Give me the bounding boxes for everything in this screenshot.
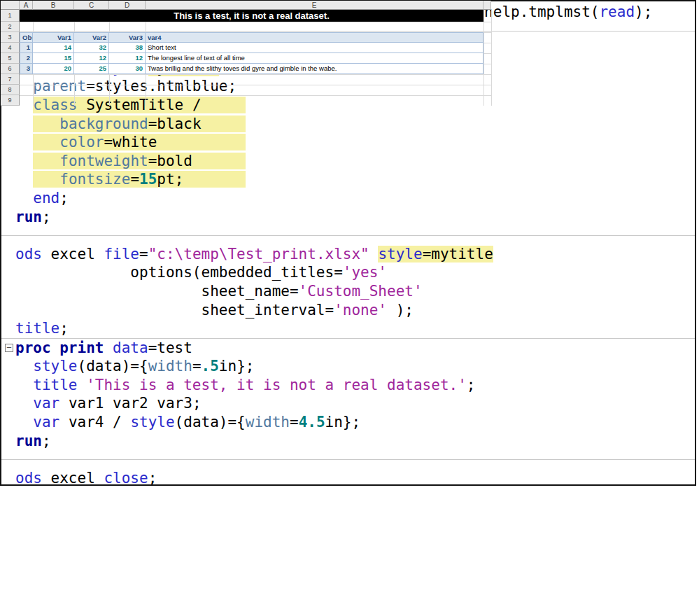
code-line[interactable]: −proc print data=test <box>1 339 695 358</box>
code-token <box>15 171 33 188</box>
code-line[interactable]: title; <box>1 319 695 338</box>
table-header-Var1[interactable]: Var1 <box>33 32 74 43</box>
code-token: excel <box>51 470 104 486</box>
sheet-cell[interactable]: 20 <box>33 64 74 74</box>
code-token: =bold <box>148 153 246 169</box>
row-header-7[interactable]: 7 <box>1 74 20 85</box>
code-token <box>33 134 59 150</box>
column-header-E[interactable]: E <box>146 1 483 10</box>
code-token: width <box>148 358 192 374</box>
code-token: sheet_interval= <box>15 302 334 318</box>
column-header-D[interactable]: D <box>109 1 146 10</box>
gridline <box>20 95 491 96</box>
sheet-cell[interactable]: Short text <box>146 43 483 53</box>
code-token: title <box>33 377 86 393</box>
code-token: 'Custom_Sheet' <box>299 283 423 300</box>
code-token: data <box>113 340 148 356</box>
code-token: 4.5 <box>299 414 325 430</box>
code-line[interactable]: parent=styles.htmlblue; <box>1 77 695 96</box>
sheet-cell[interactable]: 38 <box>109 43 146 53</box>
code-token <box>369 246 379 262</box>
code-token: parent <box>33 78 86 94</box>
code-token: ; <box>59 190 69 206</box>
code-line[interactable]: ods excel file="c:\temp\Test_print.xlsx"… <box>1 245 695 264</box>
row-header-1[interactable]: 1 <box>1 10 20 22</box>
code-token: = <box>290 414 299 430</box>
row-header-9[interactable]: 9 <box>1 95 20 106</box>
sheet-cell[interactable]: 32 <box>74 43 109 53</box>
code-token: var4 / <box>69 414 131 430</box>
gridline <box>20 85 491 85</box>
row-header-4[interactable]: 4 <box>1 43 20 53</box>
row-header-3[interactable]: 3 <box>1 32 20 43</box>
code-token: =test <box>148 340 192 356</box>
code-line[interactable]: sheet_name='Custom_Sheet' <box>1 282 695 301</box>
code-line[interactable]: ods excel close; <box>1 469 695 486</box>
code-token: ; <box>59 320 69 337</box>
code-line[interactable]: fontsize=15pt; <box>1 170 695 189</box>
sheet-cell[interactable]: 12 <box>74 53 109 64</box>
collapse-toggle-icon[interactable]: − <box>5 344 13 352</box>
code-token: proc print <box>15 340 113 356</box>
code-token: = <box>130 171 139 188</box>
section-separator <box>1 226 695 245</box>
table-header-var4[interactable]: var4 <box>146 32 483 43</box>
row-header-5[interactable]: 5 <box>1 53 20 64</box>
row-header-6[interactable]: 6 <box>1 64 20 74</box>
code-token: background <box>59 115 148 132</box>
code-line[interactable]: background=black <box>1 115 695 134</box>
sheet-cell[interactable]: Twas brillig and the slithy toves did gy… <box>146 64 483 74</box>
sheet-cell[interactable]: 1 <box>20 43 33 53</box>
code-token: in}; <box>325 414 361 430</box>
sheet-cell[interactable]: 3 <box>20 64 33 74</box>
code-line[interactable]: color=white <box>1 133 695 152</box>
code-token: ; <box>42 433 51 449</box>
code-token: (data)={ <box>175 414 246 430</box>
code-line[interactable]: fontweight=bold <box>1 152 695 171</box>
code-token: var1 var2 var3; <box>69 395 202 412</box>
column-header-B[interactable]: B <box>33 1 74 10</box>
code-line[interactable]: var var4 / style(data)={width=4.5in}; <box>1 413 695 432</box>
section-separator <box>1 450 695 469</box>
sheet-cell[interactable]: 12 <box>109 53 146 64</box>
column-header-C[interactable]: C <box>74 1 109 10</box>
code-line[interactable]: run; <box>1 432 695 451</box>
code-token <box>15 115 33 132</box>
row-header-2[interactable]: 2 <box>1 22 20 32</box>
code-token: ); <box>635 4 652 20</box>
code-token: var <box>33 414 69 430</box>
sheet-cell[interactable]: The longest line of text of all time <box>146 53 483 64</box>
code-token: end <box>33 190 59 206</box>
code-token: 'This is a test, it is not a real datase… <box>86 377 467 393</box>
code-token: ); <box>387 302 414 318</box>
table-header-Var3[interactable]: Var3 <box>109 32 146 43</box>
title-banner[interactable]: This is a test, it is not a real dataset… <box>20 10 483 22</box>
table-header-Var2[interactable]: Var2 <box>74 32 109 43</box>
code-line[interactable]: var var1 var2 var3; <box>1 394 695 413</box>
sheet-cell[interactable]: 15 <box>33 53 74 64</box>
code-token <box>15 134 33 150</box>
code-token <box>15 358 33 374</box>
code-token: run <box>15 209 42 225</box>
code-token: style <box>378 246 422 262</box>
code-token: .5 <box>202 358 219 374</box>
code-token <box>15 377 33 393</box>
code-line[interactable]: options(embedded_titles='yes' <box>1 263 695 282</box>
code-line[interactable]: style(data)={width=.5in}; <box>1 357 695 376</box>
column-header-partial[interactable] <box>483 1 491 10</box>
code-line[interactable]: end; <box>1 189 695 208</box>
sheet-cell[interactable]: 2 <box>20 53 33 64</box>
sheet-cell[interactable]: 30 <box>109 64 146 74</box>
sheet-cell[interactable]: 14 <box>33 43 74 53</box>
row-header-8[interactable]: 8 <box>1 85 20 95</box>
select-all-corner[interactable] <box>1 1 20 10</box>
code-line[interactable]: sheet_interval='none' ); <box>1 301 695 320</box>
code-token: 'none' <box>334 302 387 318</box>
code-token: pt; <box>157 171 245 188</box>
column-header-A[interactable]: A <box>20 1 33 10</box>
sheet-cell[interactable]: 25 <box>74 64 109 74</box>
code-line[interactable]: title 'This is a test, it is not a real … <box>1 376 695 395</box>
code-line[interactable]: run; <box>1 208 695 227</box>
table-header-Obs[interactable]: Obs <box>20 32 33 43</box>
code-token: options(embedded_titles= <box>15 264 343 281</box>
